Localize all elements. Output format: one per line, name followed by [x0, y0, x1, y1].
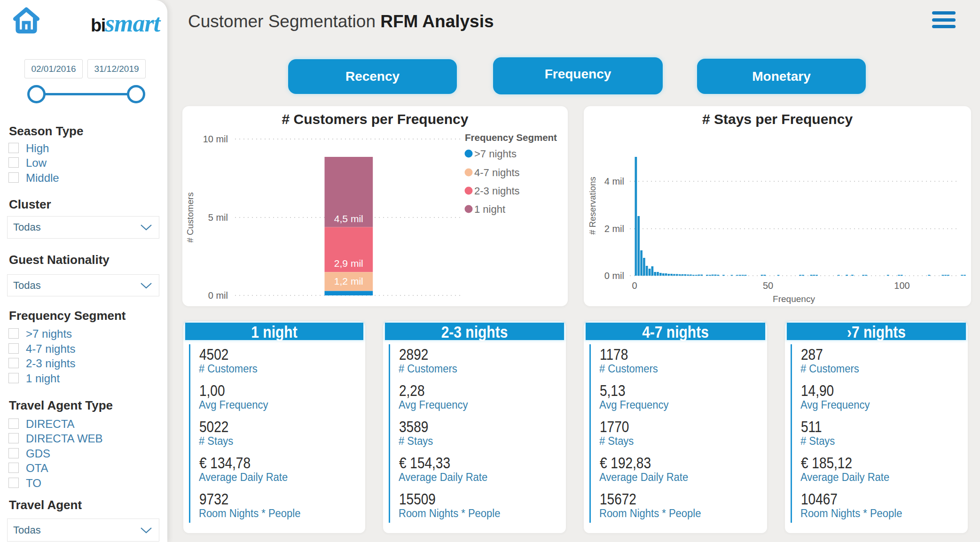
svg-text:Frequency Segment: Frequency Segment — [465, 132, 557, 143]
svg-text:0 mil: 0 mil — [208, 290, 228, 301]
svg-text:0: 0 — [632, 280, 637, 291]
svg-text:50: 50 — [763, 280, 773, 291]
svg-text:2-3 nights: 2-3 nights — [474, 185, 520, 197]
svg-text:10 mil: 10 mil — [203, 134, 228, 144]
svg-text:4 mil: 4 mil — [604, 176, 624, 186]
svg-text:2 mil: 2 mil — [604, 224, 624, 234]
svg-text:# Customers: # Customers — [185, 192, 195, 243]
svg-text:# Reservations: # Reservations — [588, 177, 597, 234]
svg-text:100: 100 — [894, 280, 909, 291]
svg-text:# Customers per Frequency: # Customers per Frequency — [282, 111, 469, 127]
svg-text:# Stays per Frequency: # Stays per Frequency — [702, 111, 853, 127]
svg-text:4,5 mil: 4,5 mil — [334, 213, 363, 224]
svg-text:1,2 mil: 1,2 mil — [334, 276, 363, 286]
svg-text:5 mil: 5 mil — [208, 212, 228, 223]
svg-text:1 night: 1 night — [474, 203, 505, 215]
svg-text:>7 nights: >7 nights — [474, 148, 517, 160]
svg-text:4-7 nights: 4-7 nights — [474, 167, 520, 178]
svg-text:0 mil: 0 mil — [604, 271, 624, 281]
svg-text:2,9 mil: 2,9 mil — [334, 258, 363, 269]
svg-text:Frequency: Frequency — [773, 294, 815, 304]
